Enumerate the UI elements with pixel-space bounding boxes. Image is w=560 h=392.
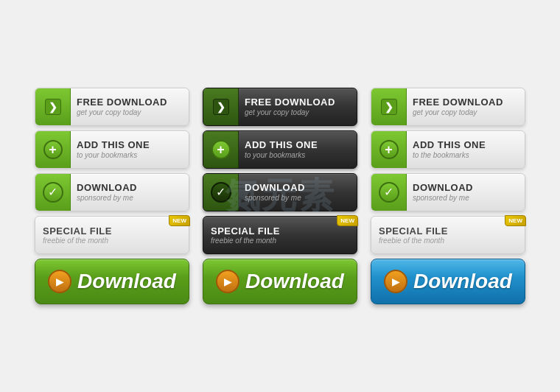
- big-arrow-icon-blue: [384, 270, 407, 293]
- check-icon: ✓: [43, 182, 63, 203]
- add-this-btn-light2[interactable]: + ADD THIS ONE to the bookmarks: [371, 130, 525, 169]
- plus-icon-3: +: [379, 140, 399, 159]
- special-subtitle-3: freebie of the month: [379, 237, 517, 245]
- btn-text: ADD THIS ONE to your bookmarks: [71, 139, 189, 160]
- btn-text: FREE DOWNLOAD get your copy today: [71, 97, 189, 117]
- arrow-icon: [45, 99, 61, 115]
- column-dark: FREE DOWNLOAD get your copy today + ADD …: [203, 88, 357, 304]
- download-sponsored-btn-light[interactable]: ✓ DOWNLOAD sponsored by me: [35, 173, 189, 211]
- btn-text: DOWNLOAD sponsored by me: [71, 182, 189, 203]
- column-light: FREE DOWNLOAD get your copy today + ADD …: [35, 88, 189, 304]
- special-title: SPECIAL FILE: [43, 225, 181, 237]
- big-btn-label-blue: Download: [413, 270, 512, 293]
- btn-title: ADD THIS ONE: [77, 139, 181, 151]
- arrow-icon-area-3: [371, 88, 407, 125]
- special-file-btn-light2[interactable]: NEW SPECIAL FILE freebie of the month: [371, 216, 525, 254]
- free-download-btn-light2[interactable]: FREE DOWNLOAD get your copy today: [371, 88, 525, 126]
- big-download-btn-green-1[interactable]: Download: [35, 259, 189, 304]
- new-badge-3: NEW: [505, 215, 526, 226]
- btn-subtitle: sponsored by me: [413, 194, 517, 203]
- new-badge-dark: NEW: [337, 215, 358, 226]
- plus-icon-area: +: [35, 131, 71, 168]
- arrow-icon-dark: [213, 99, 229, 115]
- add-this-btn-dark[interactable]: + ADD THIS ONE to your bookmarks: [203, 130, 357, 169]
- btn-title: DOWNLOAD: [77, 182, 181, 194]
- big-download-btn-green-2[interactable]: Download: [203, 259, 357, 304]
- special-title-dark: SPECIAL FILE: [211, 225, 349, 237]
- check-icon-area-3: ✓: [371, 174, 407, 211]
- special-text-3: SPECIAL FILE freebie of the month: [371, 225, 525, 245]
- btn-title: FREE DOWNLOAD: [77, 97, 181, 108]
- btn-text: FREE DOWNLOAD get your copy today: [407, 97, 525, 117]
- check-icon-3: ✓: [379, 182, 399, 203]
- check-icon-area-dark: ✓: [203, 174, 239, 211]
- plus-icon-area-3: +: [371, 131, 407, 168]
- btn-subtitle: get your copy today: [413, 108, 517, 117]
- special-text: SPECIAL FILE freebie of the month: [35, 225, 189, 245]
- big-arrow-icon-2: [216, 270, 239, 293]
- arrow-icon-area: [35, 88, 71, 125]
- big-btn-label-2: Download: [245, 270, 344, 293]
- arrow-icon-area-dark: [203, 88, 239, 125]
- btn-subtitle: sponsored by me: [245, 194, 349, 203]
- main-container: FREE DOWNLOAD get your copy today + ADD …: [20, 73, 540, 319]
- special-text-dark: SPECIAL FILE freebie of the month: [203, 225, 357, 245]
- btn-text: ADD THIS ONE to your bookmarks: [239, 139, 357, 160]
- special-file-btn-light[interactable]: NEW SPECIAL FILE freebie of the month: [35, 216, 189, 254]
- column-light2: FREE DOWNLOAD get your copy today + ADD …: [371, 88, 525, 304]
- btn-text: ADD THIS ONE to the bookmarks: [407, 139, 525, 160]
- plus-icon: +: [43, 140, 63, 159]
- btn-title: FREE DOWNLOAD: [245, 97, 349, 108]
- btn-title: DOWNLOAD: [245, 182, 349, 194]
- new-badge: NEW: [169, 215, 190, 226]
- download-sponsored-btn-light2[interactable]: ✓ DOWNLOAD sponsored by me: [371, 173, 525, 211]
- special-subtitle-dark: freebie of the month: [211, 237, 349, 245]
- big-download-btn-blue[interactable]: Download: [371, 259, 525, 304]
- arrow-icon-3: [381, 99, 397, 115]
- free-download-btn-dark[interactable]: FREE DOWNLOAD get your copy today: [203, 88, 357, 126]
- plus-icon-area-dark: +: [203, 131, 239, 168]
- btn-title: ADD THIS ONE: [245, 139, 349, 151]
- special-title-3: SPECIAL FILE: [379, 225, 517, 237]
- special-file-btn-dark[interactable]: NEW SPECIAL FILE freebie of the month: [203, 216, 357, 254]
- btn-subtitle: to the bookmarks: [413, 151, 517, 160]
- btn-subtitle: to your bookmarks: [245, 151, 349, 160]
- special-subtitle: freebie of the month: [43, 237, 181, 245]
- free-download-btn-light[interactable]: FREE DOWNLOAD get your copy today: [35, 88, 189, 126]
- big-btn-label: Download: [77, 270, 176, 293]
- btn-title: ADD THIS ONE: [413, 139, 517, 151]
- btn-text: DOWNLOAD sponsored by me: [239, 182, 357, 203]
- download-sponsored-btn-dark[interactable]: ✓ DOWNLOAD sponsored by me: [203, 173, 357, 211]
- plus-icon-dark: +: [211, 140, 231, 159]
- btn-title: FREE DOWNLOAD: [413, 97, 517, 108]
- btn-subtitle: get your copy today: [77, 108, 181, 117]
- check-icon-area: ✓: [35, 174, 71, 211]
- btn-text: FREE DOWNLOAD get your copy today: [239, 97, 357, 117]
- btn-subtitle: get your copy today: [245, 108, 349, 117]
- check-icon-dark: ✓: [211, 182, 231, 203]
- big-arrow-icon: [48, 270, 71, 293]
- btn-subtitle: to your bookmarks: [77, 151, 181, 160]
- btn-subtitle: sponsored by me: [77, 194, 181, 203]
- add-this-btn-light[interactable]: + ADD THIS ONE to your bookmarks: [35, 130, 189, 169]
- btn-title: DOWNLOAD: [413, 182, 517, 194]
- btn-text: DOWNLOAD sponsored by me: [407, 182, 525, 203]
